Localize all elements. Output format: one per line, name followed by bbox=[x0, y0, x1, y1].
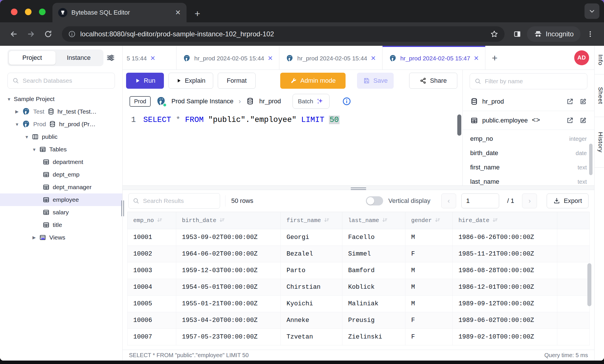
prev-page-button[interactable]: ‹ bbox=[441, 193, 456, 208]
table-cell[interactable]: M bbox=[405, 279, 453, 296]
sheet-tab-0[interactable]: 5 15:44✕ bbox=[123, 46, 177, 70]
add-sheet-button[interactable]: + bbox=[485, 53, 504, 63]
browser-menu-icon[interactable] bbox=[583, 27, 598, 41]
tab-info[interactable]: Info bbox=[595, 46, 604, 74]
sidebar-resize-handle[interactable] bbox=[121, 200, 125, 217]
close-window-button[interactable] bbox=[11, 9, 17, 15]
database-search[interactable] bbox=[7, 73, 115, 89]
table-cell[interactable]: 10002 bbox=[128, 246, 176, 262]
code-icon[interactable]: <> bbox=[532, 116, 540, 124]
table-cell[interactable]: Maliniak bbox=[342, 296, 405, 312]
table-cell[interactable]: M bbox=[405, 262, 453, 279]
tree-item-table-salary[interactable]: salary bbox=[0, 206, 122, 219]
external-link-icon[interactable] bbox=[566, 98, 574, 105]
table-cell[interactable]: M bbox=[405, 296, 453, 312]
export-button[interactable]: Export bbox=[547, 193, 589, 208]
new-tab-button[interactable]: + bbox=[195, 9, 200, 18]
table-cell[interactable]: Parto bbox=[281, 262, 342, 279]
caret-down-icon[interactable]: ▼ bbox=[25, 134, 29, 139]
tree-item-prod-db[interactable]: ▼ Prod hr_prod (Pr… bbox=[0, 118, 122, 130]
tab-sheet[interactable]: Sheet bbox=[595, 74, 604, 117]
instance-name[interactable]: Prod Sample Instance bbox=[171, 98, 233, 105]
browser-tab-close-icon[interactable]: ✕ bbox=[175, 9, 181, 17]
table-cell[interactable]: Bezalel bbox=[281, 246, 342, 262]
edit-icon[interactable] bbox=[579, 117, 587, 124]
schema-filter[interactable] bbox=[470, 73, 587, 89]
table-cell[interactable]: 1989-02-10T00:00:00Z bbox=[453, 329, 557, 345]
column-row[interactable]: first_nametext bbox=[470, 160, 587, 175]
table-cell[interactable]: 1986-08-28T00:00:00Z bbox=[453, 262, 557, 279]
table-cell[interactable]: Preusig bbox=[342, 312, 405, 329]
table-cell[interactable]: 10003 bbox=[128, 262, 176, 279]
sheet-tab-2[interactable]: hr_prod 2024-02-05 15:44✕ bbox=[279, 46, 382, 70]
table-cell[interactable]: M bbox=[405, 229, 453, 246]
schema-scrollbar[interactable] bbox=[589, 144, 593, 175]
schema-table-row[interactable]: public.employee <> bbox=[463, 111, 594, 130]
batch-button[interactable]: Batch bbox=[293, 94, 330, 109]
table-row[interactable]: 100061953-04-20T00:00:00ZAnnekePreusigF1… bbox=[128, 312, 590, 329]
sort-icon[interactable] bbox=[324, 217, 330, 223]
drag-handle-icon[interactable] bbox=[351, 187, 366, 191]
sort-icon[interactable] bbox=[219, 217, 225, 223]
reload-button[interactable] bbox=[41, 27, 56, 41]
table-cell[interactable]: 1954-05-01T00:00:00Z bbox=[176, 279, 281, 296]
sheet-tab-3[interactable]: hr_prod 2024-02-05 15:47✕ bbox=[383, 46, 485, 70]
results-search-input[interactable] bbox=[143, 197, 216, 204]
table-cell[interactable]: Georgi bbox=[281, 229, 342, 246]
site-info-icon[interactable] bbox=[68, 30, 76, 38]
caret-down-icon[interactable]: ▼ bbox=[7, 97, 11, 102]
table-cell[interactable]: 1955-01-21T00:00:00Z bbox=[176, 296, 281, 312]
tree-item-table-employee[interactable]: employee bbox=[0, 193, 122, 206]
close-tab-icon[interactable]: ✕ bbox=[150, 55, 155, 62]
admin-mode-button[interactable]: Admin mode bbox=[280, 73, 346, 89]
edit-icon[interactable] bbox=[579, 98, 587, 105]
vertical-display-toggle[interactable] bbox=[366, 196, 383, 205]
table-cell[interactable]: 1985-11-21T00:00:00Z bbox=[453, 246, 557, 262]
table-row[interactable]: 100011953-09-02T00:00:00ZGeorgiFacelloM1… bbox=[128, 229, 590, 246]
table-cell[interactable]: Anneke bbox=[281, 312, 342, 329]
next-page-button[interactable]: › bbox=[522, 193, 537, 208]
column-header-gender[interactable]: gender bbox=[405, 212, 453, 229]
sort-icon[interactable] bbox=[382, 217, 388, 223]
maximize-window-button[interactable] bbox=[39, 9, 46, 15]
table-cell[interactable]: Simmel bbox=[342, 246, 405, 262]
database-search-input[interactable] bbox=[23, 77, 110, 84]
run-button[interactable]: Run bbox=[126, 73, 164, 89]
tab-project[interactable]: Project bbox=[9, 51, 56, 65]
sort-icon[interactable] bbox=[157, 217, 162, 223]
forward-button[interactable] bbox=[23, 27, 38, 41]
column-header-hire_date[interactable]: hire_date bbox=[453, 212, 557, 229]
table-cell[interactable]: Chirstian bbox=[281, 279, 342, 296]
column-row[interactable]: emp_nointeger bbox=[470, 132, 587, 146]
sheet-tab-1[interactable]: hr_prod 2024-02-05 15:44✕ bbox=[177, 46, 279, 70]
schema-database-row[interactable]: hr_prod bbox=[463, 92, 594, 111]
table-cell[interactable]: Facello bbox=[342, 229, 405, 246]
editor-scrollbar[interactable] bbox=[457, 114, 461, 136]
column-row[interactable]: birth_datedate bbox=[470, 146, 587, 160]
table-cell[interactable]: Tzvetan bbox=[281, 329, 342, 345]
close-tab-icon[interactable]: ✕ bbox=[268, 55, 273, 62]
caret-right-icon[interactable]: ▶ bbox=[15, 109, 19, 114]
tree-item-schema-public[interactable]: ▼ public bbox=[0, 130, 122, 143]
caret-down-icon[interactable]: ▼ bbox=[32, 147, 36, 152]
table-cell[interactable]: 1964-06-02T00:00:00Z bbox=[176, 246, 281, 262]
table-row[interactable]: 100021964-06-02T00:00:00ZBezalelSimmelF1… bbox=[128, 246, 590, 262]
table-cell[interactable]: 1986-06-26T00:00:00Z bbox=[453, 229, 557, 246]
page-input[interactable] bbox=[461, 193, 499, 208]
sort-icon[interactable] bbox=[492, 217, 498, 223]
table-row[interactable]: 100071957-05-23T00:00:00ZTzvetanZielinsk… bbox=[128, 329, 590, 345]
schema-filter-input[interactable] bbox=[485, 78, 583, 85]
database-name[interactable]: hr_prod bbox=[259, 98, 281, 105]
results-scrollbar[interactable] bbox=[587, 263, 591, 306]
tree-item-tables-group[interactable]: ▼ Tables bbox=[0, 143, 122, 156]
table-cell[interactable]: 10005 bbox=[128, 296, 176, 312]
table-cell[interactable]: 1989-06-02T00:00:00Z bbox=[453, 312, 557, 329]
save-button[interactable]: Save bbox=[357, 73, 394, 89]
table-cell[interactable]: F bbox=[405, 246, 453, 262]
table-cell[interactable]: 1953-04-20T00:00:00Z bbox=[176, 312, 281, 329]
column-header-first_name[interactable]: first_name bbox=[281, 212, 342, 229]
column-header-emp_no[interactable]: emp_no bbox=[128, 212, 176, 229]
sort-icon[interactable] bbox=[435, 217, 440, 223]
tree-settings-icon[interactable] bbox=[106, 54, 115, 62]
table-row[interactable]: 100041954-05-01T00:00:00ZChirstianKoblic… bbox=[128, 279, 590, 296]
